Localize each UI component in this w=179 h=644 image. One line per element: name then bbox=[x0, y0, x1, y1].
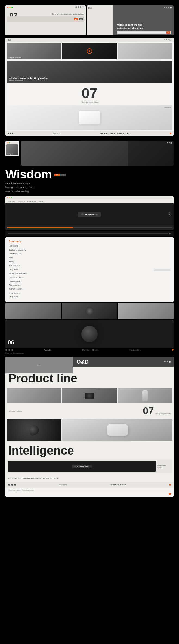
smart-tabs: Overview Functions Parameters Design bbox=[5, 199, 174, 203]
nav-row-bottom-1: Available Furniture Smart Product Line bbox=[5, 349, 174, 351]
mini-product-img: Intelligent bbox=[6, 144, 18, 155]
search-submit[interactable]: → bbox=[166, 31, 170, 34]
nd3 bbox=[12, 133, 13, 134]
tall-product-img: Wireless sensors docking station bbox=[7, 61, 172, 83]
pl-footer-divider bbox=[8, 492, 171, 492]
panel-bar: ▶ ◼ bbox=[7, 16, 84, 22]
top-row: 03 Energy management automation ▶ ◼ O&D bbox=[0, 0, 179, 37]
device-preview-left: Intelligent bbox=[5, 141, 19, 156]
sc3 bbox=[11, 197, 12, 198]
search-bar-top[interactable]: → bbox=[117, 31, 171, 34]
tag-line-1 bbox=[9, 80, 14, 81]
available-2: Available bbox=[44, 349, 51, 351]
close-x[interactable] bbox=[169, 39, 171, 41]
panel-btn-gray[interactable]: ◼ bbox=[79, 18, 83, 20]
small-prod-1 bbox=[5, 303, 61, 319]
tab-3[interactable]: Parameters bbox=[26, 200, 37, 203]
pl-img-thumb: O&D bbox=[5, 357, 73, 373]
music-icon bbox=[81, 213, 84, 215]
ctrl-dot-2 bbox=[166, 7, 167, 8]
speaker-icon bbox=[85, 307, 94, 315]
summary-item-9: Goods shelves bbox=[9, 275, 152, 279]
d1 bbox=[164, 39, 165, 40]
smart-music-badge: Smart Music bbox=[78, 212, 101, 217]
pl-orange-dot[interactable] bbox=[169, 484, 171, 486]
nav-dot-1 bbox=[75, 6, 77, 8]
small-prod-2 bbox=[62, 303, 117, 319]
ic3[interactable] bbox=[170, 142, 172, 144]
progress-fill bbox=[7, 227, 73, 228]
product-tag-top: Available bbox=[164, 107, 171, 108]
summary-item-11: Accessories bbox=[9, 283, 152, 287]
pl-footer-end bbox=[8, 493, 171, 495]
play-btn[interactable]: ▶ bbox=[168, 212, 171, 216]
product-06-display: 06 bbox=[5, 320, 174, 348]
summary-item-10: Source code bbox=[9, 280, 152, 283]
pl-thumb-label: O&D bbox=[37, 364, 41, 366]
panel-controls bbox=[162, 5, 174, 10]
prod-img-1: Intelligent products bbox=[7, 43, 61, 59]
d3 bbox=[168, 39, 169, 40]
close-btn[interactable] bbox=[82, 6, 84, 8]
d2 bbox=[166, 39, 167, 40]
footer-text-2: Product details bbox=[13, 352, 24, 354]
pl-number-row: Intelligent products 07 Intelligent prod… bbox=[5, 404, 174, 418]
pl-image-grid bbox=[5, 387, 174, 404]
pbd2 bbox=[11, 484, 13, 486]
orange-dot-2[interactable] bbox=[172, 349, 174, 351]
wisdom-main-img bbox=[21, 141, 174, 166]
device-mini-header bbox=[6, 142, 18, 144]
furniture-smart-2: Furniture Smart bbox=[82, 349, 98, 351]
wisdom-subtitle: Restricted area system leakage detection… bbox=[5, 181, 174, 193]
ic1 bbox=[167, 142, 168, 143]
window-chrome-1 bbox=[5, 5, 86, 9]
product-name: Wireless sensors docking station bbox=[9, 77, 48, 80]
wisdom-row: Intelligent bbox=[5, 141, 174, 166]
pbd3 bbox=[14, 484, 16, 486]
tab-4[interactable]: Design bbox=[38, 200, 45, 203]
product-06-panel: 06 bbox=[5, 320, 174, 348]
footer-row-1: More info Product details bbox=[5, 352, 174, 354]
pl-close[interactable] bbox=[169, 361, 171, 363]
prod-img-3 bbox=[118, 43, 172, 59]
close-btn-right[interactable] bbox=[170, 7, 172, 9]
pl-brand: O&D bbox=[76, 359, 88, 365]
pl-img-2 bbox=[62, 388, 117, 403]
pl-footer-text-2: Technical specs bbox=[22, 489, 33, 491]
three-dots-bottom bbox=[5, 349, 13, 351]
summary-item-1: Functions bbox=[9, 244, 152, 248]
panel-btn-orange[interactable]: ▶ bbox=[74, 18, 78, 20]
mini-dots bbox=[7, 142, 18, 143]
small-prod-3 bbox=[118, 303, 174, 319]
mini-label: Intelligent bbox=[7, 153, 13, 155]
sc2 bbox=[9, 197, 10, 198]
wisdom-title: Wisdom bbox=[5, 168, 52, 180]
main-container: 03 Energy management automation ▶ ◼ O&D bbox=[0, 0, 179, 503]
tab-1[interactable]: Overview bbox=[7, 200, 16, 203]
summary-item-7: Chip level bbox=[9, 268, 152, 272]
badge-gray: ●● bbox=[60, 174, 66, 176]
img-controls bbox=[167, 142, 172, 144]
pl-bottom-nav: Available Furniture Smart bbox=[5, 482, 174, 488]
pl-footer-row-1: More information Technical specs bbox=[8, 489, 171, 491]
expand-dot bbox=[11, 7, 13, 8]
intelligence-device-preview: Smart Wireless Smart home system bbox=[7, 459, 172, 473]
tab-2[interactable]: Functions bbox=[17, 200, 26, 203]
prod-label-1: Intelligent products bbox=[8, 57, 21, 59]
pl-number: 07 Intelligent products bbox=[143, 405, 171, 417]
sw-label: Smart Wireless bbox=[77, 466, 90, 467]
intell-desc: Smart home bbox=[157, 464, 171, 467]
pl-footer-dot[interactable] bbox=[169, 493, 171, 495]
summary-section: Summary Functions Series of products Sel… bbox=[5, 237, 174, 302]
music-bottom-bar bbox=[5, 225, 174, 230]
nd1 bbox=[8, 133, 9, 134]
smart-chrome bbox=[5, 196, 174, 199]
wireless-panel-top: O&D Wireless sensors and output control … bbox=[87, 5, 174, 35]
energy-panel: 03 Energy management automation ▶ ◼ bbox=[5, 5, 86, 35]
nav-bar-line bbox=[8, 233, 168, 234]
nav-orange-dot[interactable] bbox=[170, 133, 171, 134]
pl-footer: More information Technical specs bbox=[5, 488, 174, 497]
img-overlay bbox=[128, 141, 174, 166]
minimize-dot bbox=[9, 7, 11, 8]
search-field[interactable] bbox=[118, 32, 166, 33]
